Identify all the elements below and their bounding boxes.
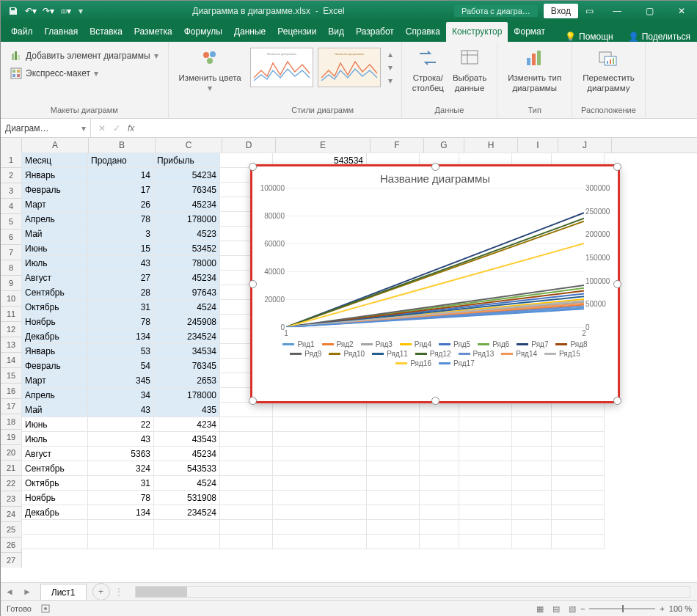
row-header-19[interactable]: 19 (1, 430, 21, 445)
cell[interactable] (367, 505, 420, 520)
chart-plot-area[interactable]: 0200004000060000800001000000500001000001… (286, 188, 584, 327)
cell[interactable] (552, 520, 605, 535)
cell[interactable] (273, 476, 367, 491)
cell[interactable] (459, 491, 512, 505)
cell[interactable]: 4524 (154, 300, 220, 315)
cell[interactable]: 76345 (154, 183, 220, 197)
cell[interactable] (220, 403, 273, 417)
cell[interactable]: 17 (88, 183, 154, 197)
cell[interactable] (367, 447, 420, 461)
cell[interactable] (22, 520, 88, 535)
legend-item[interactable]: Ряд2 (322, 340, 354, 348)
cell[interactable]: 5363 (88, 447, 154, 461)
cell[interactable]: 78 (88, 315, 154, 329)
legend-item[interactable]: Ряд1 (282, 340, 314, 348)
cell[interactable] (367, 476, 420, 491)
cell[interactable]: 78 (88, 491, 154, 505)
login-button[interactable]: Вход (544, 4, 578, 18)
row-header-10[interactable]: 10 (1, 291, 21, 307)
cell[interactable] (512, 476, 552, 491)
chart-style-thumb-2[interactable]: Название диаграммы (318, 48, 381, 87)
legend-item[interactable]: Ряд5 (439, 340, 470, 348)
cell[interactable] (552, 535, 605, 549)
row-header-9[interactable]: 9 (1, 276, 21, 291)
cell[interactable]: 435 (154, 403, 220, 417)
cell[interactable]: Март (22, 373, 88, 388)
gallery-more-icon[interactable]: ▾ (388, 76, 393, 86)
view-pagebreak-icon[interactable]: ▧ (564, 604, 580, 614)
col-header-E[interactable]: E (276, 138, 371, 153)
cell[interactable]: Сентябрь (22, 461, 88, 476)
cell[interactable]: 26 (88, 197, 154, 212)
cell[interactable]: 15 (88, 241, 154, 256)
cell[interactable] (220, 417, 273, 432)
chart-style-thumb-1[interactable]: Название диаграммы (250, 48, 313, 87)
col-header-I[interactable]: I (518, 138, 558, 153)
cell[interactable] (273, 461, 367, 476)
embedded-chart[interactable]: Название диаграммы 020000400006000080000… (250, 164, 620, 403)
cell[interactable] (420, 476, 459, 491)
cell[interactable] (459, 417, 512, 432)
cell[interactable] (420, 447, 459, 461)
cell[interactable] (220, 476, 273, 491)
cell[interactable] (552, 476, 605, 491)
sheet-nav-next[interactable]: ► (18, 587, 36, 597)
tab-рецензии[interactable]: Рецензии (271, 22, 322, 42)
close-button[interactable]: ✕ (665, 1, 697, 21)
share-button[interactable]: 👤Поделиться (621, 32, 697, 42)
cell[interactable] (420, 535, 459, 549)
cell[interactable] (512, 491, 552, 505)
row-header-14[interactable]: 14 (1, 353, 21, 368)
zoom-in-button[interactable]: + (660, 604, 664, 613)
cell[interactable]: 45234 (154, 271, 220, 285)
cell[interactable]: Сентябрь (22, 285, 88, 300)
cell[interactable]: Октябрь (22, 476, 88, 491)
cell[interactable] (552, 417, 605, 432)
cell[interactable]: 97643 (154, 285, 220, 300)
zoom-out-button[interactable]: − (580, 604, 585, 613)
legend-item[interactable]: Ряд16 (395, 359, 431, 367)
cell[interactable] (459, 403, 512, 417)
cell[interactable] (273, 417, 367, 432)
row-header-12[interactable]: 12 (1, 322, 21, 337)
cell[interactable] (512, 461, 552, 476)
cell[interactable] (512, 417, 552, 432)
minimize-button[interactable]: — (601, 1, 633, 21)
tab-вид[interactable]: Вид (322, 22, 350, 42)
cell[interactable] (367, 461, 420, 476)
cell[interactable] (512, 432, 552, 447)
cell[interactable]: Ноябрь (22, 315, 88, 329)
cell[interactable] (273, 491, 367, 505)
cell[interactable] (220, 447, 273, 461)
row-header-5[interactable]: 5 (1, 214, 21, 230)
legend-item[interactable]: Ряд10 (329, 350, 365, 358)
zoom-slider[interactable] (589, 608, 655, 609)
col-header-J[interactable]: J (558, 138, 612, 153)
col-header-B[interactable]: B (89, 138, 156, 153)
cell[interactable] (220, 520, 273, 535)
row-header-8[interactable]: 8 (1, 260, 21, 276)
cell[interactable] (459, 476, 512, 491)
cell[interactable]: 178000 (154, 388, 220, 403)
row-header-16[interactable]: 16 (1, 384, 21, 399)
legend-item[interactable]: Ряд12 (415, 350, 451, 358)
cell[interactable]: 134 (88, 505, 154, 520)
cell[interactable] (459, 520, 512, 535)
row-header-25[interactable]: 25 (1, 522, 21, 538)
row-header-7[interactable]: 7 (1, 245, 21, 260)
horizontal-scrollbar[interactable] (135, 586, 690, 598)
row-header-11[interactable]: 11 (1, 307, 21, 322)
cell[interactable] (273, 432, 367, 447)
cell[interactable] (154, 535, 220, 549)
col-header-H[interactable]: H (464, 138, 518, 153)
tab-разработ[interactable]: Разработ (350, 22, 400, 42)
cell[interactable]: 324 (88, 461, 154, 476)
cell[interactable]: Февраль (22, 183, 88, 197)
chart-legend[interactable]: Ряд1Ряд2Ряд3Ряд4Ряд5Ряд6Ряд7Ряд8Ряд9Ряд1… (252, 327, 618, 367)
cell[interactable]: 76345 (154, 359, 220, 373)
switch-row-col-button[interactable]: Строка/ столбец (408, 43, 448, 94)
row-header-18[interactable]: 18 (1, 414, 21, 430)
row-header-15[interactable]: 15 (1, 368, 21, 384)
col-header-D[interactable]: D (222, 138, 276, 153)
cell[interactable]: 4523 (154, 227, 220, 241)
